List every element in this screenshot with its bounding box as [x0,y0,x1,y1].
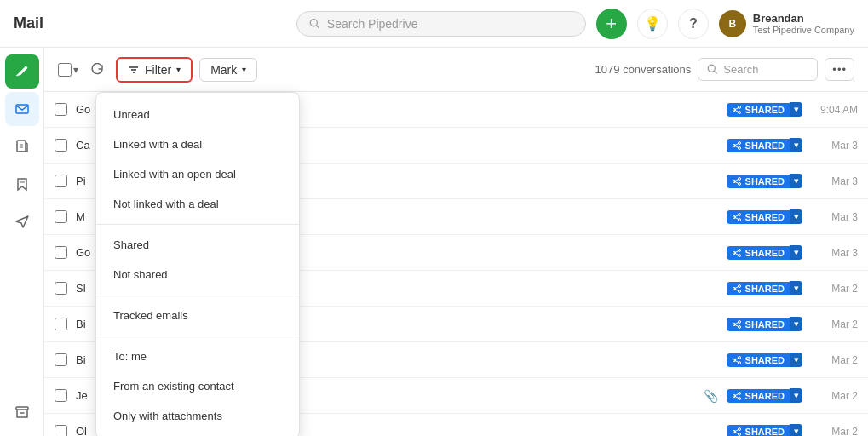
lightbulb-button[interactable]: 💡 [637,9,668,39]
share-icon [732,355,742,365]
shared-badge[interactable]: SHARED [727,282,790,295]
filter-dropdown-item[interactable]: From an existing contact [96,371,299,401]
email-search-input[interactable] [723,63,808,76]
shared-badge-dropdown[interactable]: ▾ [790,138,802,152]
filter-dropdown-item[interactable]: Linked with a deal [96,129,299,159]
filter-dropdown-item[interactable]: Not shared [96,260,299,290]
shared-badge-dropdown[interactable]: ▾ [790,353,802,367]
avatar-initials: B [728,18,736,30]
shared-badge[interactable]: SHARED [727,246,790,260]
email-checkbox[interactable] [55,103,67,116]
shared-badge-wrap[interactable]: SHARED ▾ [727,138,802,152]
shared-badge-wrap[interactable]: SHARED ▾ [727,209,802,224]
email-date: 9:04 AM [811,104,858,116]
help-icon: ? [689,16,698,32]
shared-badge[interactable]: SHARED [727,175,790,188]
shared-badge[interactable]: SHARED [727,318,790,331]
sidebar-item-documents[interactable] [5,129,39,164]
share-icon [732,105,742,115]
filter-dropdown-item[interactable]: Linked with an open deal [96,159,299,189]
email-checkbox[interactable] [55,353,67,366]
email-checkbox[interactable] [55,175,67,187]
email-checkbox[interactable] [55,246,67,259]
shared-badge-dropdown[interactable]: ▾ [790,245,802,260]
select-all-chevron[interactable]: ▾ [73,64,78,76]
shared-badge[interactable]: SHARED [727,353,790,367]
conversations-count: 1079 conversations [595,63,692,76]
sidebar-item-compose[interactable] [5,54,39,89]
dropdown-divider [96,336,299,336]
mark-chevron: ▾ [242,65,246,74]
filter-dropdown: UnreadLinked with a dealLinked with an o… [95,92,300,436]
mark-button[interactable]: Mark ▾ [199,58,257,82]
shared-badge-wrap[interactable]: SHARED ▾ [727,317,802,331]
email-date: Mar 2 [811,426,858,437]
shared-badge-wrap[interactable]: SHARED ▾ [727,174,802,188]
filter-button[interactable]: Filter ▾ [116,57,193,83]
email-checkbox[interactable] [55,425,67,436]
add-button[interactable]: + [596,9,627,39]
email-checkbox[interactable] [55,318,67,330]
search-toolbar-icon [707,64,718,75]
filter-dropdown-item[interactable]: Only with attachments [96,401,299,431]
email-date: Mar 3 [811,211,858,223]
filter-icon [128,64,140,76]
email-date: Mar 2 [811,283,858,295]
email-search-bar[interactable] [698,58,818,81]
dropdown-divider [96,224,299,225]
filter-dropdown-item[interactable]: Not linked with a deal [96,189,299,219]
share-icon [732,427,742,437]
svg-line-12 [715,72,717,74]
shared-badge-dropdown[interactable]: ▾ [790,209,802,224]
user-info: Breandan Test Pipedrive Company [753,12,854,35]
email-checkbox[interactable] [55,389,67,402]
global-search-bar[interactable] [296,11,586,37]
shared-badge-dropdown[interactable]: ▾ [790,174,802,188]
sidebar-item-send[interactable] [5,204,39,238]
shared-badge-wrap[interactable]: SHARED ▾ [727,353,802,367]
app-title: Mail [14,14,43,32]
help-button[interactable]: ? [678,9,709,39]
filter-dropdown-item[interactable]: To: me [96,341,299,371]
shared-badge-wrap[interactable]: SHARED ▾ [727,245,802,260]
shared-badge-dropdown[interactable]: ▾ [790,281,802,295]
shared-badge[interactable]: SHARED [727,210,790,224]
email-date: Mar 2 [811,318,858,330]
mail-icon [14,101,30,117]
shared-badge[interactable]: SHARED [727,103,790,117]
shared-badge-dropdown[interactable]: ▾ [790,317,802,331]
filter-chevron: ▾ [176,65,181,74]
avatar: B [719,10,746,37]
email-date: Mar 2 [811,390,858,402]
shared-badge-dropdown[interactable]: ▾ [790,424,802,436]
filter-dropdown-item[interactable]: Shared [96,230,299,260]
email-checkbox[interactable] [55,282,67,295]
sidebar-item-mail[interactable] [5,92,39,126]
sidebar-item-bookmarks[interactable] [5,167,39,201]
email-checkbox[interactable] [55,139,67,152]
filter-dropdown-item[interactable]: Tracked emails [96,301,299,330]
main-content: ▾ Filter ▾ Mark ▾ [44,48,868,436]
shared-badge-dropdown[interactable]: ▾ [790,102,802,117]
archive-icon [14,404,30,420]
select-all-wrap[interactable]: ▾ [58,63,78,77]
user-company: Test Pipedrive Company [753,25,854,35]
shared-badge-wrap[interactable]: SHARED ▾ [727,102,802,117]
shared-badge-wrap[interactable]: SHARED ▾ [727,424,802,436]
shared-badge[interactable]: SHARED [727,389,790,403]
select-all-checkbox[interactable] [58,63,72,77]
global-search-input[interactable] [327,17,573,31]
shared-badge-dropdown[interactable]: ▾ [790,388,802,403]
shared-badge-wrap[interactable]: SHARED ▾ [727,388,802,403]
email-checkbox[interactable] [55,210,67,223]
sidebar-item-archive[interactable] [5,395,39,429]
refresh-button[interactable] [85,58,109,82]
more-button[interactable]: ••• [825,58,854,81]
email-date: Mar 2 [811,354,858,366]
sidebar [0,48,44,436]
shared-badge[interactable]: SHARED [727,425,790,437]
shared-badge[interactable]: SHARED [727,139,790,152]
user-menu[interactable]: B Breandan Test Pipedrive Company [719,10,854,37]
shared-badge-wrap[interactable]: SHARED ▾ [727,281,802,295]
filter-dropdown-item[interactable]: Unread [96,100,299,129]
